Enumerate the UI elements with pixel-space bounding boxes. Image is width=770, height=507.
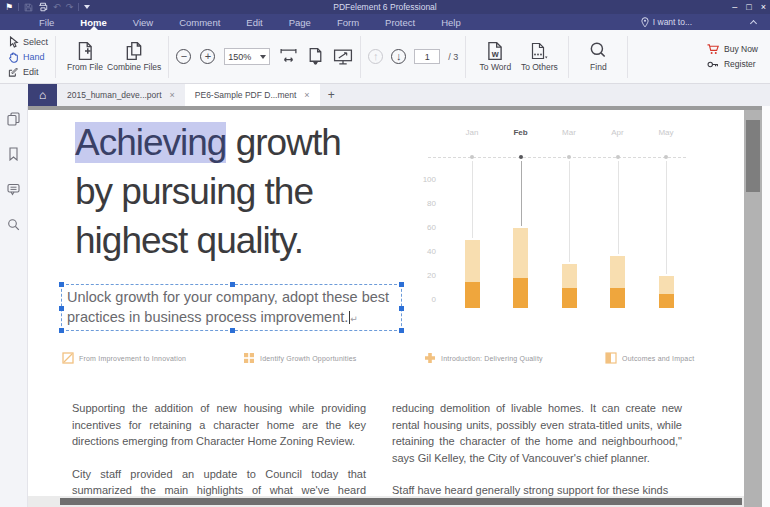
active-text-box[interactable]: Unlock growth for your company, adopt th… [61, 284, 402, 331]
maximize-button[interactable]: □ [746, 1, 751, 13]
menu-home[interactable]: Home [67, 14, 119, 30]
chart-marker-dot [519, 155, 523, 159]
menu-protect[interactable]: Protect [372, 14, 428, 30]
print-icon[interactable] [38, 2, 48, 12]
tab-pe6-sample-pdf[interactable]: PE6-Sample PDF D...ment × [185, 84, 320, 106]
zoom-out-button[interactable]: − [176, 49, 191, 64]
y-axis-tick-label: 40 [412, 247, 436, 256]
location-pin-icon [641, 17, 649, 28]
chart-month-label: May [646, 128, 686, 137]
hand-tool-button[interactable]: Hand [8, 50, 48, 63]
ribbon-menu-bar: File Home View Comment Edit Page Form Pr… [0, 14, 770, 30]
bookmarks-panel-icon[interactable] [7, 147, 20, 165]
resize-handle[interactable] [59, 306, 64, 311]
document-viewport: Achieving growthby pursuing thehighest q… [28, 106, 770, 507]
chart-marker-dot [616, 155, 620, 159]
chart-bar-segment-dark [513, 278, 528, 308]
app-logo-icon: ⚑ [5, 2, 13, 12]
from-file-button[interactable]: From File [63, 41, 107, 72]
combine-files-button[interactable]: Combine Files [107, 41, 161, 72]
find-button[interactable]: Find [576, 41, 620, 72]
page-top-gap [28, 106, 762, 110]
to-others-icon [530, 41, 548, 61]
hand-icon [8, 51, 19, 63]
resize-handle[interactable] [230, 328, 235, 333]
edit-tool-button[interactable]: Edit [8, 65, 48, 78]
close-tab-icon[interactable]: × [170, 90, 175, 100]
paragraph: Supporting the addition of new housing w… [72, 400, 366, 450]
to-others-button[interactable]: To Others [517, 41, 561, 72]
tab-2015-human-development-report[interactable]: 2015_human_deve...port × [57, 84, 185, 106]
resize-handle[interactable] [399, 328, 404, 333]
horizontal-scrollbar[interactable] [28, 496, 744, 507]
resize-handle[interactable] [230, 282, 235, 287]
y-axis-tick-label: 100 [412, 175, 436, 184]
menu-help[interactable]: Help [428, 14, 474, 30]
zoom-in-button[interactable]: + [200, 49, 215, 64]
select-cursor-icon [8, 36, 19, 48]
vertical-scrollbar[interactable] [744, 110, 762, 507]
home-toolbar: Select Hand Edit From File Combine Files… [0, 30, 770, 84]
plus-square-icon [424, 352, 436, 364]
chart-bar-segment-dark [562, 288, 577, 308]
pdfelement-window: ⚑ ↶ ↷ PDFelement 6 Professional – □ × Fi… [0, 0, 770, 507]
select-tool-button[interactable]: Select [8, 35, 48, 48]
thumbnails-panel-icon[interactable] [7, 112, 20, 130]
collapse-ribbon-icon[interactable] [751, 19, 758, 26]
selected-text[interactable]: Achieving [75, 122, 226, 163]
resize-handle[interactable] [59, 282, 64, 287]
save-icon[interactable] [24, 3, 33, 12]
undo-icon[interactable]: ↶ [53, 2, 61, 12]
menu-page[interactable]: Page [276, 14, 324, 30]
comments-panel-icon[interactable] [7, 182, 20, 200]
feature-item: From Improvement to Innovation [62, 352, 186, 364]
resize-handle[interactable] [59, 328, 64, 333]
document-heading[interactable]: Achieving growthby pursuing thehighest q… [75, 118, 409, 265]
chart-marker-dot [470, 155, 474, 159]
previous-page-button[interactable]: ↑ [368, 49, 383, 64]
next-page-button[interactable]: ↓ [391, 49, 406, 64]
resize-handle[interactable] [399, 306, 404, 311]
fit-width-icon[interactable] [279, 48, 298, 66]
page-number-input[interactable] [414, 49, 440, 64]
divider [627, 36, 628, 78]
customize-toolbar-icon[interactable] [84, 5, 90, 9]
text-box-content[interactable]: Unlock growth for your company, adopt th… [67, 287, 396, 329]
new-tab-button[interactable]: + [320, 84, 343, 106]
horizontal-scrollbar-thumb[interactable] [60, 498, 742, 505]
fit-screen-icon[interactable] [333, 48, 353, 66]
menu-edit[interactable]: Edit [233, 14, 275, 30]
chart-marker-dot [567, 155, 571, 159]
buy-now-button[interactable]: Buy Now [707, 44, 758, 55]
menu-comment[interactable]: Comment [166, 14, 233, 30]
home-tab-button[interactable]: ⌂ [28, 84, 57, 106]
close-tab-icon[interactable]: × [304, 90, 309, 100]
divider [465, 36, 466, 78]
body-column-left: Supporting the addition of new housing w… [72, 400, 366, 507]
resize-handle[interactable] [399, 282, 404, 287]
minimize-button[interactable]: – [732, 1, 737, 13]
zoom-group: − + 150% [176, 47, 353, 66]
zoom-level-select[interactable]: 150% [224, 48, 270, 65]
search-icon [589, 41, 607, 61]
chart-marker-line [428, 157, 686, 158]
divider [55, 36, 56, 78]
quick-access-toolbar: ⚑ ↶ ↷ [0, 0, 90, 14]
i-want-to-button[interactable]: I want to... [641, 17, 692, 28]
register-button[interactable]: Register [707, 59, 758, 70]
fit-page-icon[interactable] [307, 47, 324, 66]
key-icon [707, 59, 719, 70]
search-panel-icon[interactable] [7, 217, 20, 235]
menu-view[interactable]: View [120, 14, 166, 30]
menu-form[interactable]: Form [324, 14, 372, 30]
edit-pencil-icon [8, 66, 19, 78]
to-word-button[interactable]: w To Word [473, 41, 517, 72]
chart-bar-segment-light [659, 276, 674, 294]
vertical-scrollbar-thumb[interactable] [746, 120, 760, 192]
y-axis-tick-label: 80 [412, 199, 436, 208]
redo-icon[interactable]: ↷ [66, 2, 74, 12]
chart-month-label: Apr [598, 128, 638, 137]
menu-file[interactable]: File [26, 14, 67, 30]
chart-bar-segment-light [610, 256, 625, 288]
close-button[interactable]: × [761, 1, 766, 13]
